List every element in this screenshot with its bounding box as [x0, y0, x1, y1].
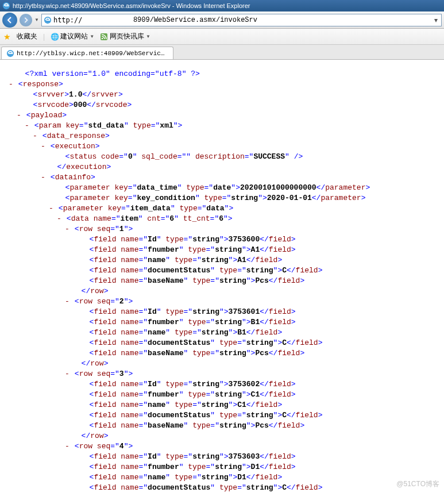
- xml-line: <field name="name" type="string">B1</fie…: [80, 328, 439, 338]
- xml-line: <field name="Id" type="string">3753603</…: [80, 452, 439, 462]
- xml-line: <status code="0" sql_code="" description…: [56, 152, 439, 162]
- nav-bar: ▼ http:// ▾: [0, 11, 444, 29]
- xml-line: <field name="baseName" type="string">Pcs…: [80, 276, 439, 286]
- xml-line: <field name="baseName" type="string">Pcs…: [80, 421, 439, 431]
- xml-line: <field name="name" type="string">C1</fie…: [80, 400, 439, 410]
- xml-line: - <parameter key="item_data" type="data"…: [48, 203, 439, 214]
- xml-line: </row>: [72, 286, 439, 297]
- tab-strip: http://ytblsy.wicp.net:48909/WebService.…: [0, 45, 444, 60]
- xml-line: <field name="documentStatus" type="strin…: [80, 483, 439, 493]
- page-icon: [43, 16, 52, 25]
- favorites-label[interactable]: 收藏夹: [17, 32, 37, 41]
- address-bar[interactable]: http:// ▾: [41, 14, 442, 26]
- back-button[interactable]: [2, 13, 17, 28]
- window-title: http://ytblsy.wicp.net:48909/WebService.…: [13, 2, 250, 9]
- xml-line: <field name="name" type="string">A1</fie…: [80, 255, 439, 266]
- xml-line: <field name="fnumber" type="string">C1</…: [80, 390, 439, 400]
- web-slice-link[interactable]: 网页快讯库 ▼: [100, 32, 150, 41]
- xml-line: <field name="name" type="string">D1</fie…: [80, 472, 439, 483]
- collapse-toggle[interactable]: -: [64, 224, 70, 234]
- xml-line: - <row seq="2">: [64, 297, 439, 307]
- xml-line: </execution>: [48, 162, 439, 172]
- collapse-toggle[interactable]: -: [24, 121, 30, 131]
- xml-line: <field name="Id" type="string">3753601</…: [80, 307, 439, 317]
- xml-line: <field name="fnumber" type="string">D1</…: [80, 462, 439, 472]
- xml-line: <parameter key="key_condition" type="str…: [56, 193, 439, 203]
- collapse-toggle[interactable]: -: [40, 141, 46, 152]
- tab-active[interactable]: http://ytblsy.wicp.net:48909/WebService.…: [1, 47, 173, 59]
- xml-line: <field name="baseName" type="string">Pcs…: [80, 348, 439, 359]
- xml-line: - <param key="std_data" type="xml">: [24, 121, 439, 131]
- collapse-toggle[interactable]: -: [64, 297, 70, 307]
- svg-point-3: [102, 37, 103, 39]
- suggested-sites-link[interactable]: 🌐 建议网站 ▼: [51, 32, 94, 41]
- xml-line: <field name="Id" type="string">3753602</…: [80, 379, 439, 390]
- suggested-icon: 🌐: [51, 33, 59, 41]
- xml-line: <field name="documentStatus" type="strin…: [80, 410, 439, 421]
- xml-line: - <datainfo>: [40, 172, 439, 183]
- chevron-down-icon: ▼: [146, 34, 150, 39]
- xml-line: <field name="documentStatus" type="strin…: [80, 338, 439, 348]
- collapse-toggle[interactable]: -: [40, 172, 46, 183]
- address-chevron-icon[interactable]: ▾: [432, 16, 440, 24]
- nav-history-chevron-icon[interactable]: ▼: [34, 17, 39, 22]
- watermark: @51CTO博客: [396, 479, 439, 489]
- forward-button[interactable]: [20, 14, 32, 26]
- url-prefix: http://: [53, 16, 83, 24]
- window-title-bar: http://ytblsy.wicp.net:48909/WebService.…: [0, 0, 444, 11]
- xml-line: - <data_response>: [32, 131, 439, 141]
- favorites-bar: ★ 收藏夹 | 🌐 建议网站 ▼ 网页快讯库 ▼: [0, 29, 444, 45]
- collapse-toggle[interactable]: -: [32, 131, 38, 141]
- xml-viewer: <?xml version="1.0" encoding="utf-8" ?>-…: [0, 60, 444, 493]
- xml-line: - <row seq="1">: [64, 224, 439, 234]
- xml-line: <srvcode>000</srvcode>: [24, 100, 439, 110]
- favorites-star-icon[interactable]: ★: [3, 32, 11, 41]
- xml-line: <field name="Id" type="string">3753600</…: [80, 234, 439, 245]
- ie-icon: [6, 49, 14, 57]
- xml-line: - <row seq="4">: [64, 441, 439, 452]
- address-input[interactable]: [83, 16, 433, 25]
- xml-line: <parameter key="data_time" type="date">2…: [56, 183, 439, 193]
- xml-line: - <response>: [8, 79, 439, 90]
- xml-line: - <execution>: [40, 141, 439, 152]
- xml-line: <srvver>1.0</srvver>: [24, 90, 439, 100]
- chevron-down-icon: ▼: [90, 34, 94, 39]
- xml-line: <field name="fnumber" type="string">A1</…: [80, 245, 439, 255]
- xml-line: - <data name="item" cnt="6" tt_cnt="6">: [56, 214, 439, 224]
- collapse-toggle[interactable]: -: [56, 214, 62, 224]
- tab-label: http://ytblsy.wicp.net:48909/WebService.…: [17, 50, 168, 57]
- xml-line: <field name="documentStatus" type="strin…: [80, 266, 439, 276]
- xml-line: </row>: [72, 359, 439, 369]
- collapse-toggle[interactable]: -: [16, 110, 22, 121]
- xml-line: - <payload>: [16, 110, 439, 121]
- collapse-toggle[interactable]: -: [64, 369, 70, 379]
- xml-line: <?xml version="1.0" encoding="utf-8" ?>: [16, 69, 439, 79]
- collapse-toggle[interactable]: -: [8, 79, 14, 90]
- collapse-toggle[interactable]: -: [64, 441, 70, 452]
- xml-line: </row>: [72, 431, 439, 441]
- collapse-toggle[interactable]: -: [48, 203, 54, 214]
- xml-line: - <row seq="3">: [64, 369, 439, 379]
- ie-icon: [2, 2, 10, 10]
- xml-line: <field name="fnumber" type="string">B1</…: [80, 317, 439, 328]
- rss-icon: [100, 33, 108, 41]
